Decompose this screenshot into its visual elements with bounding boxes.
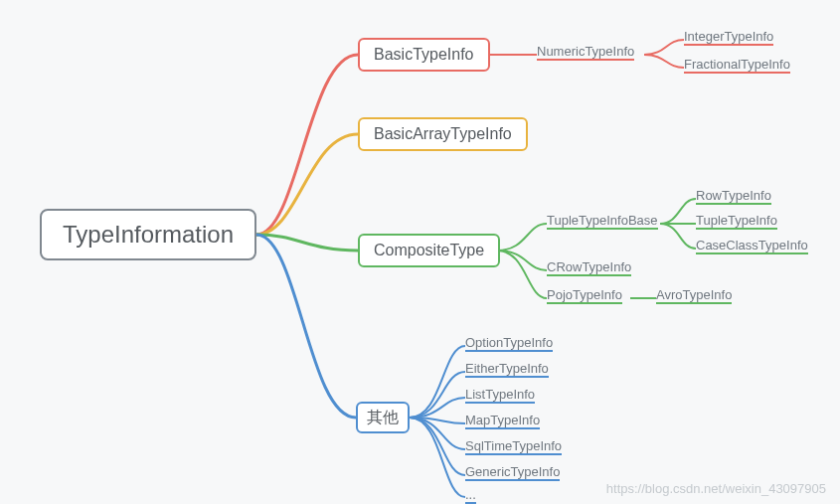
branch-composite: CompositeType: [358, 234, 500, 267]
leaf-numeric: NumericTypeInfo: [537, 44, 634, 61]
leaf-generic: GenericTypeInfo: [465, 464, 560, 481]
branch-composite-label: CompositeType: [374, 242, 484, 259]
leaf-map: MapTypeInfo: [465, 413, 540, 429]
leaf-more: ...: [465, 487, 476, 504]
leaf-pojo: PojoTypeInfo: [547, 287, 622, 304]
leaf-either: EitherTypeInfo: [465, 361, 549, 378]
leaf-tuple: TupleTypeInfo: [696, 213, 777, 230]
branch-array: BasicArrayTypeInfo: [358, 117, 528, 151]
branch-basic-label: BasicTypeInfo: [374, 46, 474, 64]
leaf-avro: AvroTypeInfo: [656, 287, 732, 304]
leaf-row: RowTypeInfo: [696, 188, 771, 205]
leaf-sqltime: SqlTimeTypeInfo: [465, 438, 562, 455]
watermark: https://blog.csdn.net/weixin_43097905: [606, 481, 826, 496]
branch-basic: BasicTypeInfo: [358, 38, 490, 72]
branch-other-label: 其他: [367, 408, 399, 428]
leaf-list: ListTypeInfo: [465, 387, 535, 404]
branch-other: 其他: [356, 402, 410, 433]
branch-array-label: BasicArrayTypeInfo: [374, 125, 512, 143]
root-label: TypeInformation: [63, 221, 234, 249]
leaf-crow: CRowTypeInfo: [547, 259, 631, 276]
leaf-caseclass: CaseClassTypeInfo: [696, 238, 808, 254]
root-node: TypeInformation: [40, 209, 256, 260]
leaf-fractional: FractionalTypeInfo: [684, 57, 790, 74]
leaf-tuplebase: TupleTypeInfoBase: [547, 213, 658, 230]
leaf-integer: IntegerTypeInfo: [684, 29, 773, 46]
leaf-option: OptionTypeInfo: [465, 335, 553, 352]
